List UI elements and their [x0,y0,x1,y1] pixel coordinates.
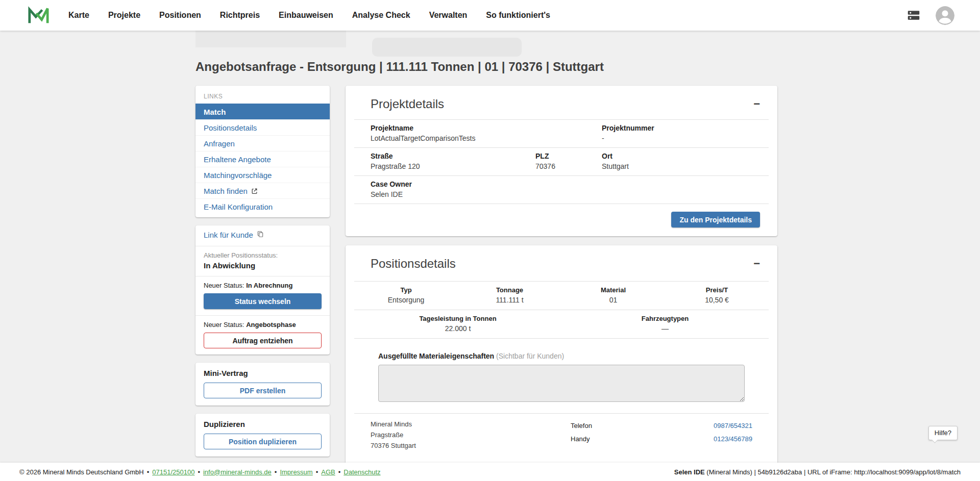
footer-user-name: Selen IDE [674,468,705,476]
help-label: Hilfe? [935,429,951,437]
change-status-button[interactable]: Status wechseln [204,293,322,309]
footer-separator: • [338,468,341,476]
copy-icon [257,231,264,239]
project-details-table: Projektname LotActualTargetComparisonTes… [354,119,769,204]
typ-label: Typ [354,286,458,294]
typ-value: Entsorgung [354,296,458,304]
nav-item-einbauweisen[interactable]: Einbauweisen [279,11,333,20]
sidebar: LINKS Match Positionsdetails Anfragen Er… [195,86,330,481]
tonnage-label: Tonnage [458,286,561,294]
footer-separator: • [275,468,277,476]
nav-item-karte[interactable]: Karte [68,11,89,20]
material-props-label-row: Ausgefüllte Materialeigenschaften (Sicht… [378,352,777,360]
ort-label: Ort [602,152,769,160]
skeleton-block [195,31,346,47]
projektname-value: LotActualTargetComparisonTests [371,134,602,142]
sidebar-item-match[interactable]: Match [195,104,330,119]
nav-item-so-funktionierts[interactable]: So funktioniert's [486,11,550,20]
projektnummer-value: - [602,134,769,142]
server-icon-glyph [906,8,921,23]
plz-label: PLZ [535,152,602,160]
project-details-title: Projektdetails [371,97,444,111]
revoke-order-button[interactable]: Auftrag entziehen [204,333,322,348]
handy-label: Handy [571,435,590,443]
tagesleistung-value: 22.000 t [354,324,561,333]
nav-item-verwalten[interactable]: Verwalten [429,11,468,20]
telefon-row: Telefon 0987/654321 [571,419,752,432]
material-label: Material [561,286,665,294]
user-avatar-icon [936,6,954,25]
customer-link[interactable]: Link für Kunde [204,231,264,239]
current-status-value: In Abwicklung [204,261,322,270]
fahrzeugtypen-value: — [561,324,769,333]
create-pdf-button[interactable]: PDF erstellen [204,383,322,398]
company-city: 70376 Stuttgart [371,440,416,451]
footer-agb-link[interactable]: AGB [321,468,335,476]
match-finden-label: Match finden [204,187,248,195]
material-props-textarea[interactable] [378,365,745,402]
footer-email-link[interactable]: info@mineral-minds.de [203,468,272,476]
duplicate-title: Duplizieren [204,420,322,428]
new-status-value-1: In Abrechnung [246,282,292,289]
footer-impressum-link[interactable]: Impressum [280,468,312,476]
telefon-link[interactable]: 0987/654321 [714,422,752,429]
duplicate-card: Duplizieren Position duplizieren [195,414,330,457]
brand-logo[interactable] [27,5,51,26]
avatar[interactable] [936,6,954,25]
new-status-line-2: Neuer Status: Angebotsphase [204,321,322,328]
company-name: Mineral Minds [371,419,416,429]
project-details-button[interactable]: Zu den Projektdetails [671,212,760,227]
mini-contract-card: Mini-Vertrag PDF erstellen [195,363,330,406]
collapse-project-details-button[interactable]: − [753,98,760,110]
sidebar-item-match-finden[interactable]: Match finden [195,183,330,198]
footer-phone-link[interactable]: 07151/250100 [152,468,194,476]
nav-item-positionen[interactable]: Positionen [159,11,201,20]
footer-separator: • [198,468,200,476]
main-nav: Karte Projekte Positionen Richtpreis Ein… [68,11,550,20]
footer-separator: • [147,468,150,476]
footer-datenschutz-link[interactable]: Datenschutz [344,468,380,476]
strasse-value: Pragstraße 120 [371,162,535,170]
customer-link-label: Link für Kunde [204,231,253,239]
external-link-icon [251,188,258,194]
material-value: 01 [561,296,665,304]
current-status-label: Aktueller Positionsstatus: [204,251,322,259]
mini-contract-title: Mini-Vertrag [204,369,322,377]
preis-value: 10,50 € [665,296,769,304]
footer-copyright: © 2026 Mineral Minds Deutschland GmbH [19,468,144,476]
duplicate-position-button[interactable]: Position duplizieren [204,434,322,449]
nav-item-richtpreis[interactable]: Richtpreis [220,11,260,20]
logo-icon [27,5,50,26]
footer: © 2026 Mineral Minds Deutschland GmbH • … [0,463,980,481]
help-button[interactable]: Hilfe? [928,426,958,440]
nav-item-analyse-check[interactable]: Analyse Check [352,11,410,20]
sidebar-item-matchingvorschlaege[interactable]: Matchingvorschläge [195,167,330,183]
page-title: Angebotsanfrage - Entsorgung | 111.111 T… [195,60,604,74]
status-card: Link für Kunde Aktueller Positionsstatus… [195,225,330,355]
tonnage-value: 111.111 t [458,296,561,304]
projektname-label: Projektname [371,124,602,132]
plz-value: 70376 [535,162,602,170]
collapse-position-details-button[interactable]: − [753,258,760,269]
sidebar-item-anfragen[interactable]: Anfragen [195,135,330,151]
links-header: LINKS [195,88,330,104]
handy-row: Handy 0123/456789 [571,432,752,445]
nav-item-projekte[interactable]: Projekte [108,11,140,20]
footer-user-info: Selen IDE (Mineral Minds) | 54b9126d2aba… [674,468,961,476]
position-details-title: Positionsdetails [371,257,456,271]
new-status-value-2: Angebotsphase [246,321,296,328]
new-status-line-1: Neuer Status: In Abrechnung [204,282,322,289]
sidebar-item-positionsdetails[interactable]: Positionsdetails [195,119,330,135]
sidebar-item-erhaltene-angebote[interactable]: Erhaltene Angebote [195,151,330,167]
handy-link[interactable]: 0123/456789 [714,435,752,443]
footer-user-details: (Mineral Minds) | 54b9126d2aba | URL of … [705,468,961,476]
footer-left: © 2026 Mineral Minds Deutschland GmbH • … [19,468,381,476]
project-details-card: Projektdetails − Projektname LotActualTa… [346,86,777,236]
server-icon[interactable] [906,8,921,23]
tagesleistung-label: Tagesleistung in Tonnen [354,315,561,322]
position-details-card: Positionsdetails − Typ Entsorgung Tonnag… [346,245,777,481]
sidebar-item-email-konfiguration[interactable]: E-Mail Konfiguration [195,198,330,214]
case-owner-value: Selen IDE [371,190,769,198]
navbar-right [906,6,954,25]
company-street: Pragstraße [371,429,416,440]
